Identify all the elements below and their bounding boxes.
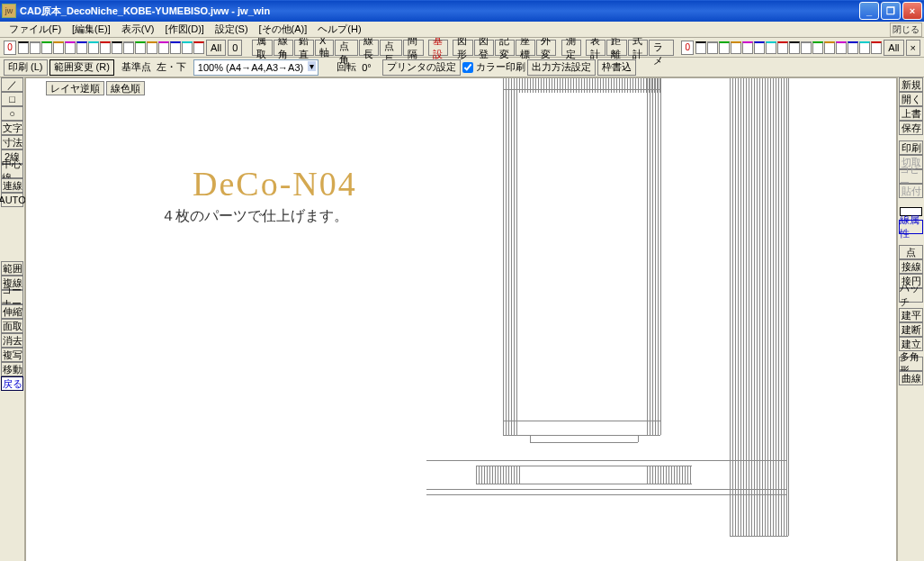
cmd-2点長[interactable]: 2点長	[380, 40, 403, 56]
tool-線属性[interactable]: 線属性	[899, 220, 923, 234]
menu-view[interactable]: 表示(V)	[116, 23, 160, 36]
swatch[interactable]	[123, 41, 134, 54]
tool-多角形[interactable]: 多角形	[899, 357, 923, 371]
left-color-index[interactable]: 0	[4, 41, 16, 55]
cmd-パラメ[interactable]: パラメ	[649, 40, 674, 56]
color-print-input[interactable]	[462, 62, 473, 73]
tool-開く[interactable]: 開く	[899, 92, 923, 106]
tool-連線[interactable]: 連線	[1, 178, 23, 193]
swatch[interactable]	[695, 41, 706, 54]
cmd-図登[interactable]: 図登	[474, 40, 494, 56]
tool-消去[interactable]: 消去	[1, 333, 23, 348]
cmd-図形[interactable]: 図形	[453, 40, 472, 56]
output-settings-button[interactable]: 出力方法設定	[527, 59, 596, 76]
cmd-線長[interactable]: 線長	[359, 40, 379, 56]
drawing-canvas[interactable]: レイヤ逆順 線色順 DeCo-N04 ４枚のパーツで仕上げます。	[25, 77, 897, 561]
cmd-座標[interactable]: 座標	[516, 40, 535, 56]
tool-□[interactable]: □	[1, 92, 23, 106]
right-color-index[interactable]: 0	[681, 41, 694, 55]
tool-印刷[interactable]: 印刷	[899, 140, 923, 155]
menu-settings[interactable]: 設定(S)	[210, 23, 254, 36]
swatch[interactable]	[65, 41, 76, 54]
frame-write-button[interactable]: 枠書込	[597, 59, 636, 76]
swatch[interactable]	[112, 41, 122, 54]
swatch[interactable]	[824, 41, 835, 54]
swatch[interactable]	[766, 41, 776, 54]
swatch[interactable]	[88, 41, 99, 54]
all-button-left[interactable]: All	[206, 40, 226, 56]
swatch[interactable]	[848, 41, 858, 54]
swatch[interactable]	[193, 41, 204, 54]
swatch[interactable]	[836, 41, 847, 54]
tool-建断[interactable]: 建断	[899, 322, 923, 337]
tool-建平[interactable]: 建平	[899, 308, 923, 322]
menu-draw[interactable]: [作図(D)]	[160, 23, 210, 36]
zero-button[interactable]: 0	[228, 40, 242, 56]
swatch[interactable]	[812, 41, 823, 54]
color-print-checkbox[interactable]: カラー印刷	[462, 60, 525, 74]
tool-伸縮[interactable]: 伸縮	[1, 304, 23, 319]
swatch[interactable]	[147, 41, 157, 54]
swatch[interactable]	[182, 41, 193, 54]
cmd-測定[interactable]: 測定	[561, 40, 581, 56]
tool-文字[interactable]: 文字	[1, 121, 23, 135]
swatch[interactable]	[801, 41, 812, 54]
tool-建立[interactable]: 建立	[899, 337, 923, 351]
minimize-button[interactable]: _	[859, 2, 879, 20]
swatch[interactable]	[789, 41, 800, 54]
swatch[interactable]	[859, 41, 870, 54]
cmd-間隔[interactable]: 間隔	[403, 40, 423, 56]
range-change-button[interactable]: 範囲変更 (R)	[49, 59, 114, 76]
cmd-X軸[interactable]: X軸	[315, 40, 334, 56]
cmd-距離[interactable]: 距離	[606, 40, 626, 56]
swatch[interactable]	[170, 41, 181, 54]
swatch[interactable]	[719, 41, 730, 54]
cmd-線角[interactable]: 線角	[274, 40, 293, 56]
cmd-基設[interactable]: 基設	[428, 40, 448, 56]
tool-点[interactable]: 点	[899, 245, 923, 259]
tool-ハッチ[interactable]: ハッチ	[899, 288, 923, 303]
line-color-order-button[interactable]: 線色順	[106, 81, 145, 95]
cmd-2点角[interactable]: 2点角	[335, 40, 358, 56]
printer-settings-button[interactable]: プリンタの設定	[382, 59, 461, 76]
close-button[interactable]: ×	[902, 2, 922, 20]
swatch[interactable]	[30, 41, 40, 54]
tool-新規[interactable]: 新規	[899, 77, 923, 92]
swatch[interactable]	[76, 41, 87, 54]
cmd-記変[interactable]: 記変	[495, 40, 515, 56]
swatch[interactable]	[777, 41, 788, 54]
swatch[interactable]	[100, 41, 111, 54]
zoom-dropdown[interactable]: 100% (A4→A4,A3→A3)	[193, 59, 318, 76]
tool-範囲[interactable]: 範囲	[1, 261, 23, 276]
tool-／[interactable]: ／	[1, 77, 23, 92]
tool-複写[interactable]: 複写	[1, 348, 23, 362]
tool-貼付[interactable]: 貼付	[899, 184, 923, 198]
cmd-属取[interactable]: 属取	[252, 40, 272, 56]
menu-other[interactable]: [その他(A)]	[254, 23, 313, 36]
menu-edit[interactable]: [編集(E)]	[67, 23, 116, 36]
menu-help[interactable]: ヘルプ(H)	[312, 23, 366, 36]
tool-上書[interactable]: 上書	[899, 106, 923, 121]
layer-reverse-button[interactable]: レイヤ逆順	[46, 81, 104, 95]
cmd-表計[interactable]: 表計	[586, 40, 606, 56]
swatch[interactable]	[871, 41, 882, 54]
cmd-式計[interactable]: 式計	[628, 40, 648, 56]
tool-寸法[interactable]: 寸法	[1, 135, 23, 149]
swatch[interactable]	[742, 41, 753, 54]
all-button-right[interactable]: All	[884, 40, 903, 56]
swatch[interactable]	[754, 41, 765, 54]
menu-file[interactable]: ファイル(F)	[4, 23, 67, 36]
tool-面取[interactable]: 面取	[1, 319, 23, 333]
swatch[interactable]	[731, 41, 741, 54]
tool-AUTO[interactable]: AUTO	[1, 193, 23, 207]
tool-○[interactable]: ○	[1, 106, 23, 121]
swatch[interactable]	[41, 41, 52, 54]
x-button[interactable]: ×	[906, 40, 920, 56]
swatch[interactable]	[135, 41, 146, 54]
tool-曲線[interactable]: 曲線	[899, 371, 923, 385]
swatch[interactable]	[53, 41, 64, 54]
tool-コピー[interactable]: コピー	[899, 169, 923, 184]
print-button[interactable]: 印刷 (L)	[4, 59, 48, 76]
maximize-button[interactable]: ❐	[881, 2, 901, 20]
tool-保存[interactable]: 保存	[899, 121, 923, 135]
